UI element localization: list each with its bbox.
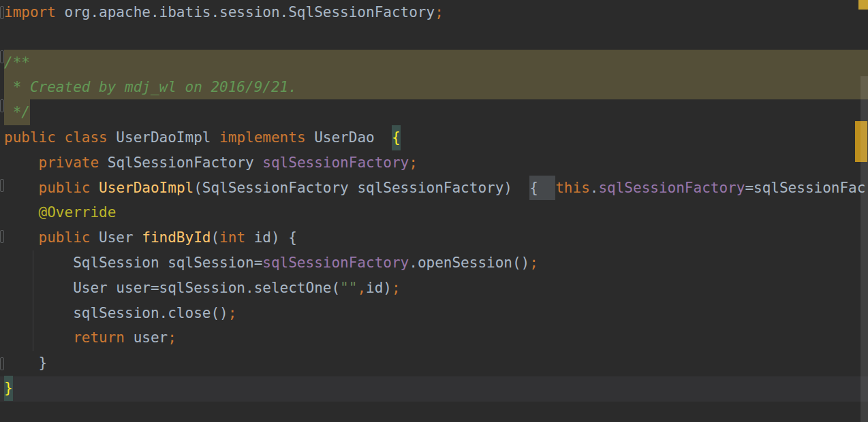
- code-editor[interactable]: import org.apache.ibatis.session.SqlSess…: [0, 0, 868, 422]
- code-token-plain: User: [90, 229, 142, 246]
- code-token-plain: sqlSessionFac: [754, 180, 865, 196]
- code-token-plain: SqlSessionFactory: [99, 155, 262, 171]
- code-token-keyword: public class: [4, 129, 108, 146]
- code-line[interactable]: /**: [0, 50, 868, 76]
- code-token-string: "": [340, 280, 357, 296]
- code-token-annotation: @Override: [39, 204, 117, 221]
- code-token-plain: id) {: [245, 229, 297, 246]
- code-token-field: sqlSessionFactory: [262, 155, 409, 171]
- code-line[interactable]: import org.apache.ibatis.session.SqlSess…: [0, 0, 868, 25]
- code-token-plain: .: [590, 180, 599, 196]
- code-token-plain: [4, 329, 73, 346]
- code-token-brace-match: {: [392, 125, 401, 150]
- code-token-plain: UserDaoImpl: [108, 129, 219, 146]
- code-token-comment: /**: [4, 54, 30, 71]
- code-token-semi: ,: [357, 280, 366, 296]
- inspection-status-indicator[interactable]: [858, 0, 868, 10]
- code-token-keyword: private: [39, 155, 99, 171]
- code-token-plain: user: [125, 329, 168, 346]
- code-token-plain: =: [745, 180, 754, 196]
- code-token-plain: id): [366, 280, 392, 296]
- code-token-plain: UserDao: [306, 129, 392, 146]
- code-token-brace-gray: {: [529, 176, 555, 201]
- code-token-plain: [4, 155, 39, 171]
- code-token-plain: [4, 180, 39, 196]
- code-line[interactable]: * Created by mdj_wl on 2016/9/21.: [0, 75, 868, 100]
- code-token-semi: ;: [435, 4, 444, 20]
- code-token-comment: */: [4, 104, 30, 120]
- code-area[interactable]: import org.apache.ibatis.session.SqlSess…: [0, 0, 868, 422]
- code-token-plain: sqlSession.close(): [4, 305, 228, 321]
- code-token-plain: .openSession(): [409, 255, 529, 271]
- code-token-keyword: public: [39, 229, 91, 246]
- code-token-method: UserDaoImpl: [99, 180, 193, 196]
- code-token-semi: ;: [392, 280, 401, 296]
- code-token-semi: ;: [409, 155, 418, 171]
- code-token-plain: [4, 204, 39, 221]
- code-token-method: findById: [142, 229, 211, 246]
- code-line[interactable]: public User findById(int id) {: [0, 225, 868, 250]
- code-token-comment: * Created by mdj_wl on 2016/9/21.: [4, 79, 297, 95]
- code-line[interactable]: SqlSession sqlSession=sqlSessionFactory.…: [0, 250, 868, 276]
- code-token-plain: }: [4, 355, 47, 371]
- code-token-keyword: int: [219, 229, 245, 246]
- code-line[interactable]: public UserDaoImpl(SqlSessionFactory sql…: [0, 176, 868, 201]
- code-token-keyword: return: [73, 329, 125, 346]
- code-line[interactable]: @Override: [0, 200, 868, 225]
- code-token-keyword: implements: [219, 129, 305, 146]
- code-token-plain: [4, 229, 39, 246]
- code-token-semi: ;: [529, 255, 538, 271]
- code-token-keyword: public: [39, 180, 91, 196]
- code-line[interactable]: sqlSession.close();: [0, 301, 868, 326]
- code-token-brace-match: }: [4, 376, 13, 401]
- code-token-semi: ;: [228, 305, 237, 321]
- code-line[interactable]: */: [0, 100, 868, 125]
- vertical-scrollbar-thumb[interactable]: [861, 76, 868, 422]
- code-token-keyword: import: [4, 4, 56, 20]
- code-line[interactable]: private SqlSessionFactory sqlSessionFact…: [0, 150, 868, 176]
- code-token-plain: (SqlSessionFactory sqlSessionFactory): [193, 180, 529, 196]
- code-line[interactable]: }: [0, 376, 868, 401]
- code-token-field: sqlSessionFactory: [598, 180, 745, 196]
- code-token-plain: User user=sqlSession.selectOne(: [4, 280, 340, 296]
- code-line[interactable]: }: [0, 351, 868, 376]
- code-token-keyword: this: [555, 180, 590, 196]
- code-line[interactable]: [0, 25, 868, 50]
- code-line[interactable]: return user;: [0, 325, 868, 351]
- code-line[interactable]: User user=sqlSession.selectOne("",id);: [0, 276, 868, 301]
- code-token-plain: SqlSession sqlSession=: [4, 255, 262, 271]
- code-line[interactable]: public class UserDaoImpl implements User…: [0, 125, 868, 150]
- code-token-plain: [90, 180, 99, 196]
- code-token-field: sqlSessionFactory: [262, 255, 409, 271]
- code-token-plain: org.apache.ibatis.session.SqlSessionFact…: [56, 4, 435, 20]
- code-token-plain: (: [211, 229, 219, 246]
- code-token-semi: ;: [168, 329, 176, 346]
